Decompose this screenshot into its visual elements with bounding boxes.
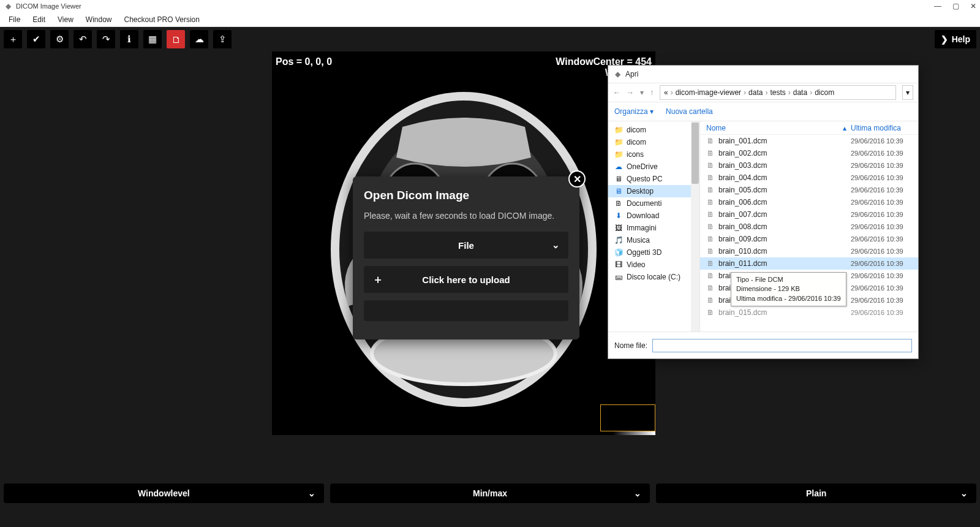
file-icon — [706, 210, 715, 219]
new-folder-button[interactable]: Nuova cartella — [666, 107, 713, 116]
sidebar-item-onedrive[interactable]: OneDrive — [608, 161, 699, 173]
sidebar-item-icons[interactable]: icons — [608, 148, 699, 161]
windowlevel-select[interactable]: Windowlevel⌄ — [4, 483, 324, 503]
docs-icon — [614, 199, 623, 208]
organize-menu[interactable]: Organizza — [614, 107, 654, 116]
menu-edit[interactable]: Edit — [26, 13, 51, 26]
sidebar-item-dicom[interactable]: dicom — [608, 124, 699, 136]
help-label: Help — [952, 34, 970, 44]
sidebar-item-questo-pc[interactable]: Questo PC — [608, 173, 699, 185]
file-icon — [706, 137, 715, 145]
sidebar-item-disco-locale-c-[interactable]: Disco locale (C:) — [608, 271, 699, 283]
filename-input[interactable] — [652, 339, 912, 352]
menu-window[interactable]: Window — [80, 13, 118, 26]
sort-indicator-icon: ▴ — [839, 124, 851, 132]
breadcrumb-segment[interactable]: tests — [770, 88, 785, 97]
add-button[interactable]: ＋ — [4, 30, 22, 48]
file-row[interactable]: brain_006.dcm29/06/2016 10:39 — [700, 196, 918, 208]
nav-history-button[interactable] — [640, 88, 644, 97]
sidebar-item-video[interactable]: Video — [608, 259, 699, 271]
redo-button[interactable]: ↷ — [97, 30, 115, 48]
file-icon — [706, 284, 715, 292]
sidebar-item-download[interactable]: Download — [608, 210, 699, 222]
minimize-button[interactable]: — — [934, 2, 941, 10]
settings-button[interactable]: ⚙ — [50, 30, 69, 48]
sidebar-item-immagini[interactable]: Immagini — [608, 222, 699, 234]
chevron-right-icon: ❯ — [941, 34, 948, 44]
sidebar-item-oggetti-3d[interactable]: Oggetti 3D — [608, 246, 699, 259]
sidebar-scrollbar[interactable] — [691, 121, 699, 332]
breadcrumb-dropdown[interactable] — [902, 85, 913, 100]
column-header-name[interactable]: Nome — [700, 124, 839, 132]
sidebar-item-desktop[interactable]: Desktop — [608, 185, 699, 197]
file-name: brain_015.dcm — [718, 308, 767, 317]
file-date: 29/06/2016 10:39 — [851, 260, 918, 267]
file-date: 29/06/2016 10:39 — [851, 211, 918, 218]
selected-file-field[interactable] — [364, 300, 568, 321]
plain-select[interactable]: Plain⌄ — [656, 483, 976, 503]
sidebar-item-documenti[interactable]: Documenti — [608, 197, 699, 210]
file-row[interactable]: brain_002.dcm29/06/2016 10:39 — [700, 147, 918, 159]
modal-title: Open Dicom Image — [364, 189, 568, 202]
menu-view[interactable]: View — [51, 13, 80, 26]
grid-button[interactable]: ▦ — [143, 30, 162, 48]
breadcrumb[interactable]: «›dicom-image-viewer›data›tests›data›dic… — [660, 85, 896, 100]
close-modal-button[interactable]: ✕ — [568, 170, 586, 188]
breadcrumb-segment[interactable]: dicom-image-viewer — [676, 88, 741, 97]
open-dicom-modal: ✕ Open Dicom Image Please, wait a few se… — [353, 176, 579, 339]
minmax-select[interactable]: Min/max⌄ — [330, 483, 650, 503]
file-name: brain_003.dcm — [718, 161, 767, 170]
file-name: brain_001.dcm — [718, 137, 767, 145]
sidebar-item-dicom[interactable]: dicom — [608, 136, 699, 148]
breadcrumb-segment[interactable]: data — [793, 88, 807, 97]
plus-icon: ＋ — [372, 272, 383, 287]
nav-back-button[interactable]: ← — [613, 88, 620, 97]
save-button[interactable]: 🗋 — [167, 30, 185, 48]
file-row[interactable]: brain_004.dcm29/06/2016 10:39 — [700, 172, 918, 184]
file-open-dialog: Apri ← → ↑ «›dicom-image-viewer›data›tes… — [608, 65, 919, 359]
breadcrumb-segment[interactable]: « — [664, 88, 668, 97]
file-row[interactable]: brain_010.dcm29/06/2016 10:39 — [700, 245, 918, 257]
sidebar-item-musica[interactable]: Musica — [608, 234, 699, 246]
file-name: brain_007.dcm — [718, 210, 767, 219]
pc-icon — [614, 175, 623, 183]
breadcrumb-separator-icon: › — [788, 88, 791, 97]
img-icon — [614, 224, 623, 232]
export-button[interactable]: ⇪ — [213, 30, 232, 48]
cloud-button[interactable]: ☁ — [190, 30, 208, 48]
file-row[interactable]: brain_001.dcm29/06/2016 10:39 — [700, 135, 918, 147]
breadcrumb-segment[interactable]: dicom — [815, 88, 834, 97]
video-icon — [614, 260, 623, 269]
check-button[interactable]: ✔ — [27, 30, 45, 48]
breadcrumb-segment[interactable]: data — [748, 88, 763, 97]
file-date: 29/06/2016 10:39 — [851, 309, 918, 316]
close-window-button[interactable]: ✕ — [970, 2, 976, 10]
file-name: brain_006.dcm — [718, 198, 767, 207]
file-row[interactable]: brain_009.dcm29/06/2016 10:39 — [700, 233, 918, 245]
sidebar-item-label: Questo PC — [627, 175, 663, 183]
upload-button[interactable]: ＋ Click here to upload — [364, 266, 568, 293]
column-header-date[interactable]: Ultima modifica — [851, 124, 918, 132]
info-button[interactable]: ℹ — [120, 30, 138, 48]
chevron-down-icon: ⌄ — [634, 488, 641, 498]
undo-button[interactable]: ↶ — [74, 30, 92, 48]
file-date: 29/06/2016 10:39 — [851, 199, 918, 206]
file-row[interactable]: brain_007.dcm29/06/2016 10:39 — [700, 208, 918, 221]
file-row[interactable]: brain_005.dcm29/06/2016 10:39 — [700, 184, 918, 196]
modal-subtitle: Please, wait a few seconds to load DICOM… — [364, 211, 568, 221]
menu-file[interactable]: File — [2, 13, 26, 26]
sidebar-item-label: OneDrive — [627, 162, 658, 171]
app-icon — [4, 2, 12, 10]
menu-checkout-pro-version[interactable]: Checkout PRO Version — [118, 13, 206, 26]
file-row[interactable]: brain_015.dcm29/06/2016 10:39 — [700, 306, 918, 319]
nav-forward-button[interactable]: → — [627, 88, 634, 97]
nav-up-button[interactable]: ↑ — [650, 88, 654, 97]
file-row[interactable]: brain_011.dcm29/06/2016 10:39 — [700, 257, 918, 270]
file-name: brain_008.dcm — [718, 222, 767, 231]
help-button[interactable]: ❯ Help — [935, 30, 976, 48]
file-type-select[interactable]: File ⌄ — [364, 232, 568, 259]
maximize-button[interactable]: ▢ — [952, 2, 959, 10]
file-row[interactable]: brain_008.dcm29/06/2016 10:39 — [700, 221, 918, 233]
file-row[interactable]: brain_003.dcm29/06/2016 10:39 — [700, 159, 918, 172]
sidebar-item-label: Disco locale (C:) — [627, 273, 680, 281]
